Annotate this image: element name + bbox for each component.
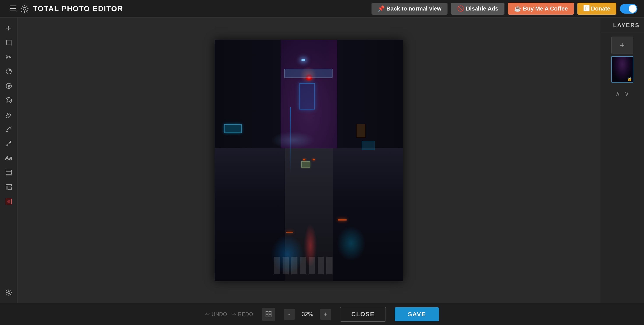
svg-point-14 [6,98,12,103]
settings-tool[interactable] [2,286,15,299]
svg-rect-4 [6,40,11,45]
coffee-icon: ☕ [514,5,521,12]
svg-point-13 [8,88,9,88]
svg-point-3 [27,11,28,12]
svg-rect-17 [6,170,12,172]
add-layer-button[interactable]: + [611,36,633,54]
disable-ads-button[interactable]: 🚫 Disable Ads [451,3,504,15]
svg-rect-18 [6,172,12,174]
app-title: TOTAL PHOTO EDITOR [33,4,372,13]
theme-toggle[interactable] [620,4,638,14]
undo-button[interactable]: ↩ UNDO [205,311,227,318]
canvas-area [18,18,600,303]
pin-icon: 📌 [378,5,385,12]
filter-tool[interactable] [2,80,15,92]
svg-line-31 [6,290,7,291]
svg-point-11 [10,86,11,86]
svg-point-15 [7,99,10,102]
zoom-in-button[interactable]: + [320,309,331,320]
adjust-tool[interactable] [2,65,15,78]
redo-button[interactable]: ↪ REDO [231,311,253,318]
svg-line-34 [6,294,7,295]
layer-move-down-button[interactable]: ∨ [624,90,629,98]
svg-point-10 [6,86,7,86]
app-logo-icon [20,4,29,14]
layer-order-controls: ∧ ∨ [600,87,644,101]
svg-point-12 [8,84,9,84]
zoom-control: - 32% + [284,309,331,320]
zoom-value-display: 32% [296,311,318,318]
layer-thumbnail[interactable] [611,56,633,82]
header-action-buttons: 📌 Back to normal view 🚫 Disable Ads ☕ Bu… [372,3,638,15]
svg-rect-36 [269,312,271,314]
layers-panel: LAYERS + ∧ ∨ [600,18,644,303]
svg-rect-38 [269,315,271,317]
layer-panel-tool[interactable] [2,166,15,179]
svg-point-1 [24,8,26,10]
eyedropper-tool[interactable] [2,123,15,135]
svg-point-9 [8,85,10,87]
left-toolbar: ✛ ✂ [0,18,18,303]
photo-filter-tool[interactable] [2,195,15,208]
zoom-out-button[interactable]: - [284,309,295,320]
hamburger-menu-icon[interactable]: ☰ [6,3,20,14]
patreon-icon: 🅿 [584,5,589,12]
crop-tool[interactable] [2,36,15,48]
cut-tool[interactable]: ✂ [2,51,15,63]
svg-rect-37 [266,315,268,317]
text-tool[interactable]: Aa [2,152,15,164]
back-to-normal-view-button[interactable]: 📌 Back to normal view [372,3,448,15]
donate-button[interactable]: 🅿 Donate [578,3,616,15]
undo-icon: ↩ [205,311,210,318]
move-tool[interactable]: ✛ [2,22,15,34]
header: ☰ TOTAL PHOTO EDITOR 📌 Back to normal vi… [0,0,644,18]
svg-point-25 [7,200,10,203]
bottom-toolbar: ↩ UNDO ↪ REDO - 32% + CLOSE SAVE [0,303,644,325]
layers-panel-title: LAYERS [600,18,644,32]
undo-redo-group: ↩ UNDO ↪ REDO [205,311,253,318]
svg-point-26 [8,292,10,294]
vignette-tool[interactable] [2,94,15,106]
svg-line-32 [10,294,11,295]
close-button[interactable]: CLOSE [340,307,386,322]
save-button[interactable]: SAVE [395,307,439,321]
brush-tool[interactable] [2,138,15,150]
svg-rect-23 [8,186,12,188]
svg-line-33 [10,290,11,291]
ad-icon: 🚫 [457,5,464,12]
image-adjust-tool[interactable] [2,181,15,193]
svg-rect-35 [266,312,268,314]
spiral-tool[interactable] [2,109,15,121]
photo-canvas[interactable] [215,40,403,281]
buy-coffee-button[interactable]: ☕ Buy Me A Coffee [508,3,574,15]
redo-icon: ↪ [231,311,236,318]
layer-move-up-button[interactable]: ∧ [616,90,620,98]
svg-rect-22 [6,186,8,190]
main-area: ✛ ✂ [0,18,644,303]
fit-to-screen-button[interactable] [262,308,275,321]
